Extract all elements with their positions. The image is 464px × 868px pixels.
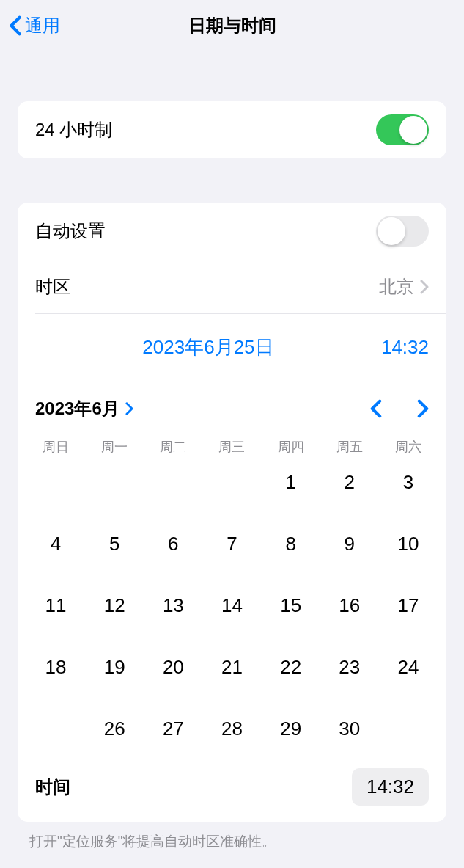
calendar-day[interactable]: 30 xyxy=(320,708,379,749)
calendar-day[interactable]: 10 xyxy=(379,523,438,564)
calendar-day[interactable]: 3 xyxy=(379,462,438,503)
calendar-day[interactable]: 25 xyxy=(26,708,85,749)
calendar-day[interactable]: 6 xyxy=(144,523,202,564)
calendar-day[interactable]: 22 xyxy=(262,646,320,688)
row-24-hour: 24 小时制 xyxy=(18,101,446,158)
weekday-label: 周六 xyxy=(379,438,438,456)
row-timezone[interactable]: 时区 北京 xyxy=(18,260,446,313)
calendar-day[interactable]: 8 xyxy=(262,523,320,564)
next-month-button[interactable] xyxy=(417,399,429,418)
weekday-label: 周一 xyxy=(85,438,144,456)
calendar-day[interactable]: 7 xyxy=(202,523,261,564)
calendar-day[interactable]: 15 xyxy=(262,585,320,626)
calendar-day[interactable]: 2 xyxy=(320,462,379,503)
row-auto-set: 自动设置 xyxy=(18,203,446,260)
current-date-display[interactable]: 2023年6月25日 xyxy=(35,335,381,360)
label-time: 时间 xyxy=(35,776,70,799)
chevron-right-icon xyxy=(420,280,429,294)
calendar-day[interactable]: 18 xyxy=(26,646,85,688)
calendar-day[interactable]: 26 xyxy=(85,708,144,749)
switch-knob xyxy=(378,217,405,245)
calendar-day-empty xyxy=(85,462,144,503)
month-year-text: 2023年6月 xyxy=(35,397,119,420)
weekday-label: 周五 xyxy=(320,438,379,456)
calendar-day[interactable]: 13 xyxy=(144,585,202,626)
calendar-day[interactable]: 1 xyxy=(262,462,320,503)
prev-month-button[interactable] xyxy=(370,399,382,418)
back-label: 通用 xyxy=(25,14,60,37)
calendar-day[interactable]: 24 xyxy=(379,646,438,688)
switch-auto-set[interactable] xyxy=(376,216,429,247)
calendar-day-empty xyxy=(26,462,85,503)
calendar-day[interactable]: 4 xyxy=(26,523,85,564)
month-year-button[interactable]: 2023年6月 xyxy=(35,397,133,420)
calendar-day[interactable]: 14 xyxy=(202,585,261,626)
weekday-label: 周日 xyxy=(26,438,85,456)
calendar-day-empty xyxy=(202,462,261,503)
value-timezone: 北京 xyxy=(379,275,414,299)
weekday-label: 周四 xyxy=(262,438,320,456)
calendar-day[interactable]: 21 xyxy=(202,646,261,688)
calendar-day[interactable]: 5 xyxy=(85,523,144,564)
label-timezone: 时区 xyxy=(35,275,70,299)
calendar-day[interactable]: 17 xyxy=(379,585,438,626)
label-24-hour: 24 小时制 xyxy=(35,118,112,142)
weekday-label: 周三 xyxy=(202,438,261,456)
calendar-day-empty xyxy=(144,462,202,503)
chevron-right-icon xyxy=(125,402,133,415)
switch-knob xyxy=(399,116,427,144)
back-button[interactable]: 通用 xyxy=(9,14,60,37)
footer-note: 打开"定位服务"将提高自动时区准确性。 xyxy=(0,822,464,861)
time-picker-button[interactable]: 14:32 xyxy=(352,768,429,806)
chevron-left-icon xyxy=(9,15,22,36)
label-auto-set: 自动设置 xyxy=(35,219,106,243)
calendar-day[interactable]: 20 xyxy=(144,646,202,688)
current-time-display[interactable]: 14:32 xyxy=(381,336,429,359)
switch-24-hour[interactable] xyxy=(376,114,429,145)
calendar-day[interactable]: 28 xyxy=(202,708,261,749)
calendar-day[interactable]: 23 xyxy=(320,646,379,688)
weekday-label: 周二 xyxy=(144,438,202,456)
calendar-day[interactable]: 29 xyxy=(262,708,320,749)
calendar-day[interactable]: 16 xyxy=(320,585,379,626)
calendar-day[interactable]: 19 xyxy=(85,646,144,688)
page-title: 日期与时间 xyxy=(188,14,276,37)
calendar-day[interactable]: 12 xyxy=(85,585,144,626)
calendar-day[interactable]: 11 xyxy=(26,585,85,626)
calendar-day[interactable]: 27 xyxy=(144,708,202,749)
calendar-day[interactable]: 9 xyxy=(320,523,379,564)
